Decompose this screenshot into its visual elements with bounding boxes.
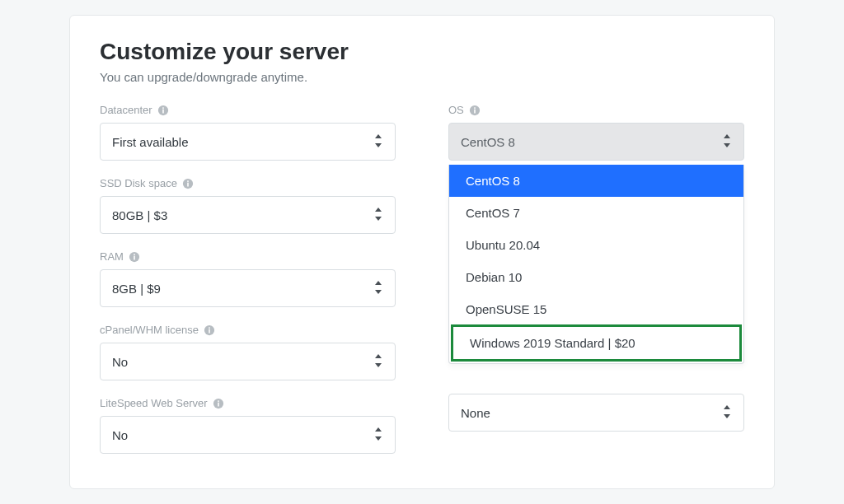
select-value: CentOS 8 xyxy=(461,135,515,149)
right-column: OS CentOS 8 CentOS 8 CentOS 7 xyxy=(448,104,744,470)
info-icon[interactable] xyxy=(129,251,140,263)
select-value: No xyxy=(112,428,128,442)
customize-server-card: Customize your server You can upgrade/do… xyxy=(69,15,775,489)
info-icon[interactable] xyxy=(157,105,169,116)
select-datacenter[interactable]: First available xyxy=(100,123,396,161)
label-text: OS xyxy=(448,104,464,116)
label-text: cPanel/WHM license xyxy=(100,324,199,336)
field-ssd: SSD Disk space 80GB | $3 xyxy=(100,177,396,234)
form-columns: Datacenter First available SSD Disk xyxy=(100,104,744,470)
label-litespeed: LiteSpeed Web Server xyxy=(100,397,396,409)
os-option-centos7[interactable]: CentOS 7 xyxy=(449,197,743,229)
svg-rect-17 xyxy=(474,107,476,109)
info-icon[interactable] xyxy=(213,398,224,409)
page-title: Customize your server xyxy=(100,39,744,65)
svg-rect-14 xyxy=(218,400,219,402)
select-os[interactable]: CentOS 8 xyxy=(448,123,744,161)
select-value: First available xyxy=(112,135,189,149)
os-option-windows[interactable]: Windows 2019 Standard | $20 xyxy=(451,324,742,362)
svg-rect-8 xyxy=(134,254,135,255)
svg-rect-5 xyxy=(187,180,189,182)
svg-rect-10 xyxy=(209,329,210,333)
os-option-opensuse[interactable]: OpenSUSE 15 xyxy=(449,293,743,325)
select-value: None xyxy=(461,406,490,420)
select-value: 8GB | $9 xyxy=(112,282,161,296)
svg-rect-2 xyxy=(162,107,164,109)
label-ram: RAM xyxy=(100,250,396,263)
svg-rect-13 xyxy=(218,402,219,406)
label-datacenter: Datacenter xyxy=(100,104,396,116)
field-os: OS CentOS 8 xyxy=(448,104,744,161)
info-icon[interactable] xyxy=(469,105,481,116)
svg-rect-16 xyxy=(474,109,476,113)
select-litespeed[interactable]: No xyxy=(100,416,396,454)
select-cpanel-right[interactable]: None xyxy=(448,394,744,432)
info-icon[interactable] xyxy=(182,178,194,189)
select-value: No xyxy=(112,355,128,369)
select-ssd[interactable]: 80GB | $3 xyxy=(100,196,396,234)
os-option-ubuntu[interactable]: Ubuntu 20.04 xyxy=(449,229,743,261)
os-option-debian[interactable]: Debian 10 xyxy=(449,261,743,293)
select-cpanel[interactable]: No xyxy=(100,343,396,380)
svg-rect-4 xyxy=(187,182,189,186)
label-ssd: SSD Disk space xyxy=(100,177,396,189)
label-os: OS xyxy=(448,104,744,116)
field-cpanel: cPanel/WHM license No xyxy=(100,324,396,380)
label-cpanel: cPanel/WHM license xyxy=(100,324,396,336)
field-cpanel-right: None xyxy=(448,394,744,432)
page-subtitle: You can upgrade/downgrade anytime. xyxy=(100,70,744,84)
label-text: Datacenter xyxy=(100,104,152,116)
info-icon[interactable] xyxy=(204,324,215,336)
label-text: SSD Disk space xyxy=(100,177,177,189)
label-text: LiteSpeed Web Server xyxy=(100,397,208,409)
select-value: 80GB | $3 xyxy=(112,208,167,222)
select-ram[interactable]: 8GB | $9 xyxy=(100,269,396,307)
field-ram: RAM 8GB | $9 xyxy=(100,250,396,307)
os-option-centos8[interactable]: CentOS 8 xyxy=(449,165,743,197)
field-litespeed: LiteSpeed Web Server No xyxy=(100,397,396,454)
left-column: Datacenter First available SSD Disk xyxy=(100,104,396,470)
field-datacenter: Datacenter First available xyxy=(100,104,396,161)
svg-rect-7 xyxy=(134,255,135,259)
svg-rect-1 xyxy=(162,109,164,113)
svg-rect-11 xyxy=(209,327,210,329)
label-text: RAM xyxy=(100,250,124,263)
os-dropdown: CentOS 8 CentOS 7 Ubuntu 20.04 Debian 10… xyxy=(448,165,744,364)
